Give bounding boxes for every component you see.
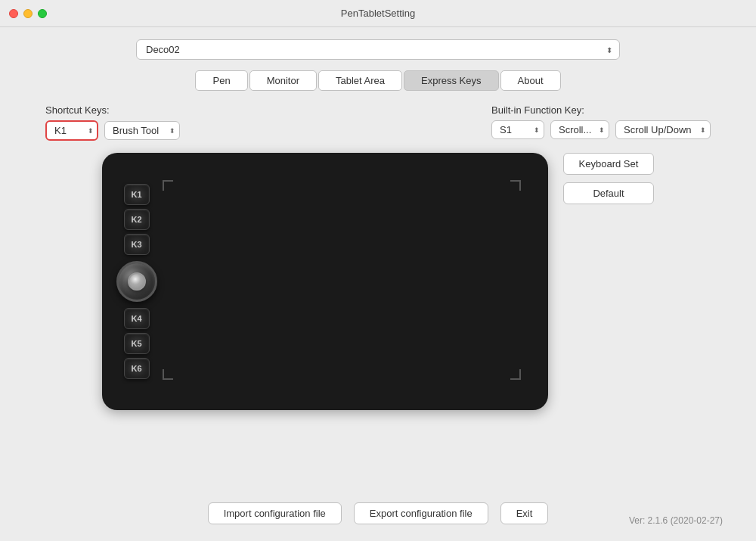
builtin-mode-select-wrapper: Scroll... Zoom ⬍ [550, 120, 609, 139]
key-K6[interactable]: K6 [124, 358, 150, 379]
builtin-function-label: Built-in Function Key: [491, 104, 711, 116]
builtin-key-select-wrapper: S1 S2 ⬍ [491, 120, 544, 139]
key-K3[interactable]: K3 [124, 234, 150, 255]
shortcut-action-select-wrapper: Brush Tool Eraser Tool Undo Redo ⬍ [104, 121, 180, 140]
bottom-bar: Import configuration file Export configu… [15, 495, 741, 532]
device-row: Deco02 ⬍ [15, 39, 741, 60]
builtin-direction-select[interactable]: Scroll Up/Down Scroll Left/Right [615, 120, 711, 139]
key-K4[interactable]: K4 [124, 308, 150, 329]
right-buttons: Keyboard Set Default [563, 153, 655, 212]
wheel-inner [128, 272, 146, 291]
minimize-button[interactable] [23, 9, 33, 18]
builtin-direction-select-wrapper: Scroll Up/Down Scroll Left/Right ⬍ [615, 120, 711, 139]
tab-bar: Pen Monitor Tablet Area Express Keys Abo… [15, 70, 741, 91]
key-K1[interactable]: K1 [124, 184, 150, 205]
tab-express-keys[interactable]: Express Keys [404, 70, 498, 91]
shortcut-keys-section: Shortcut Keys: K1 K2 K3 K4 K5 K6 ⬍ Brus [45, 104, 180, 141]
bottom-keys: K4 K5 K6 [124, 308, 150, 379]
key-K5[interactable]: K5 [124, 333, 150, 354]
builtin-key-select[interactable]: S1 S2 [491, 120, 544, 139]
window-title: PenTabletSetting [341, 8, 415, 19]
corner-bracket-br [510, 369, 521, 380]
builtin-function-row: S1 S2 ⬍ Scroll... Zoom ⬍ Scroll Up/Down [491, 120, 711, 139]
shortcut-key-select[interactable]: K1 K2 K3 K4 K5 K6 [45, 120, 98, 141]
export-config-button[interactable]: Export configuration file [354, 502, 488, 524]
shortcut-keys-label: Shortcut Keys: [45, 104, 180, 116]
corner-bracket-tl [163, 180, 173, 191]
device-selector-wrapper: Deco02 ⬍ [136, 39, 620, 60]
tab-pen[interactable]: Pen [195, 70, 247, 91]
builtin-mode-select[interactable]: Scroll... Zoom [550, 120, 609, 139]
builtin-function-section: Built-in Function Key: S1 S2 ⬍ Scroll...… [491, 104, 711, 139]
shortcut-keys-row: K1 K2 K3 K4 K5 K6 ⬍ Brush Tool Eraser To… [45, 120, 180, 141]
shortcut-action-select[interactable]: Brush Tool Eraser Tool Undo Redo [104, 121, 180, 140]
corner-bracket-bl [163, 369, 173, 380]
default-button[interactable]: Default [563, 182, 655, 204]
corner-bracket-tr [510, 180, 521, 191]
tablet-wrapper: K1 K2 K3 K4 K5 K6 [102, 153, 548, 410]
close-button[interactable] [9, 9, 18, 18]
keys-and-wheel: K1 K2 K3 K4 K5 K6 [113, 153, 161, 410]
main-content: Deco02 ⬍ Pen Monitor Tablet Area Express… [0, 27, 756, 541]
titlebar: PenTabletSetting [0, 0, 756, 27]
top-keys: K1 K2 K3 [124, 184, 150, 255]
tab-monitor[interactable]: Monitor [249, 70, 317, 91]
controls-area: Shortcut Keys: K1 K2 K3 K4 K5 K6 ⬍ Brus [15, 104, 741, 141]
exit-button[interactable]: Exit [500, 502, 549, 524]
tablet-area: K1 K2 K3 K4 K5 K6 [15, 153, 741, 495]
version-text: Ver: 2.1.6 (2020-02-27) [629, 515, 723, 526]
scroll-wheel[interactable] [116, 261, 157, 302]
traffic-lights [9, 9, 47, 18]
key-K2[interactable]: K2 [124, 209, 150, 230]
import-config-button[interactable]: Import configuration file [208, 502, 342, 524]
tablet-body: K1 K2 K3 K4 K5 K6 [102, 153, 548, 410]
tab-about[interactable]: About [500, 70, 561, 91]
shortcut-key-select-wrapper: K1 K2 K3 K4 K5 K6 ⬍ [45, 120, 98, 141]
maximize-button[interactable] [38, 9, 47, 18]
keyboard-set-button[interactable]: Keyboard Set [563, 153, 655, 175]
tab-tablet-area[interactable]: Tablet Area [318, 70, 402, 91]
device-selector[interactable]: Deco02 [136, 39, 620, 60]
